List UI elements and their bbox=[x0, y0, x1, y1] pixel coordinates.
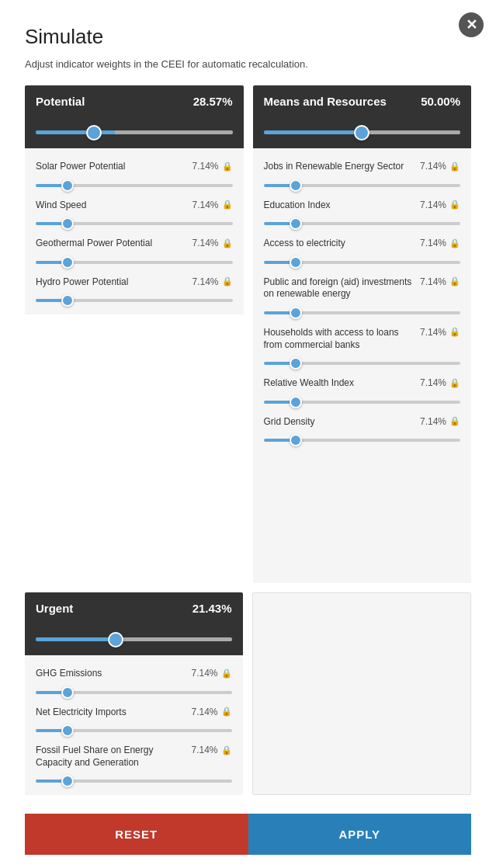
panel-potential: Potential 28.57% Solar Power Potential 7… bbox=[25, 85, 244, 583]
item-label: Fossil Fuel Share on Energy Capacity and… bbox=[36, 745, 185, 769]
item-pct: 7.14% bbox=[420, 416, 446, 427]
lock-icon: 🔒 bbox=[449, 200, 460, 210]
lock-icon: 🔒 bbox=[222, 238, 233, 248]
lock-icon: 🔒 bbox=[449, 378, 460, 388]
panels-row-1: Potential 28.57% Solar Power Potential 7… bbox=[25, 85, 471, 583]
item-pct: 7.14% bbox=[420, 238, 446, 248]
panel-means-slider[interactable] bbox=[264, 130, 461, 134]
item-slider[interactable] bbox=[36, 779, 232, 783]
item-pct: 7.14% bbox=[192, 200, 218, 210]
modal: ✕ Simulate Adjust indicator weights in t… bbox=[0, 0, 496, 868]
list-item: Relative Wealth Index 7.14% 🔒 bbox=[253, 371, 472, 410]
item-slider[interactable] bbox=[264, 222, 461, 225]
panel-potential-items: Solar Power Potential 7.14% 🔒 Wind Speed… bbox=[25, 148, 244, 314]
item-label: Grid Density bbox=[264, 416, 414, 429]
lock-icon: 🔒 bbox=[222, 200, 233, 210]
item-slider[interactable] bbox=[36, 691, 232, 694]
lock-icon: 🔒 bbox=[449, 327, 460, 337]
reset-button[interactable]: RESET bbox=[25, 814, 248, 855]
item-slider[interactable] bbox=[36, 184, 233, 187]
item-label: GHG Emissions bbox=[36, 668, 185, 680]
item-pct: 7.14% bbox=[420, 327, 446, 338]
item-pct: 7.14% bbox=[191, 707, 217, 717]
lock-icon: 🔒 bbox=[222, 161, 233, 172]
list-item: Wind Speed 7.14% 🔒 bbox=[25, 193, 244, 232]
panel-urgent-items: GHG Emissions 7.14% 🔒 Net Electricity Im… bbox=[25, 655, 243, 795]
lock-icon: 🔒 bbox=[221, 745, 232, 755]
item-slider[interactable] bbox=[264, 311, 461, 314]
item-slider[interactable] bbox=[264, 439, 461, 442]
panel-empty bbox=[252, 592, 472, 795]
lock-icon: 🔒 bbox=[221, 668, 232, 679]
item-slider[interactable] bbox=[36, 222, 233, 225]
close-icon: ✕ bbox=[466, 16, 477, 33]
list-item: Fossil Fuel Share on Energy Capacity and… bbox=[25, 738, 243, 789]
list-item: Jobs in Renewable Energy Sector 7.14% 🔒 bbox=[253, 155, 472, 193]
item-label: Public and foreign (aid) investments on … bbox=[264, 276, 414, 300]
list-item: Geothermal Power Potential 7.14% 🔒 bbox=[25, 231, 244, 270]
list-item: GHG Emissions 7.14% 🔒 bbox=[25, 661, 243, 700]
list-item: Hydro Power Potential 7.14% 🔒 bbox=[25, 270, 244, 309]
item-label: Solar Power Potential bbox=[36, 161, 186, 173]
item-label: Hydro Power Potential bbox=[36, 276, 186, 289]
lock-icon: 🔒 bbox=[449, 238, 460, 248]
lock-icon: 🔒 bbox=[221, 707, 232, 717]
item-label: Access to electricity bbox=[264, 238, 414, 250]
item-slider[interactable] bbox=[264, 261, 461, 264]
item-pct: 7.14% bbox=[192, 238, 218, 248]
lock-icon: 🔒 bbox=[222, 276, 233, 286]
panel-means-pct: 50.00% bbox=[421, 95, 460, 108]
item-label: Wind Speed bbox=[36, 200, 186, 212]
panel-potential-pct: 28.57% bbox=[193, 95, 233, 108]
item-pct: 7.14% bbox=[192, 161, 218, 172]
item-slider[interactable] bbox=[264, 401, 461, 404]
item-label: Geothermal Power Potential bbox=[36, 238, 186, 250]
panel-urgent: Urgent 21.43% GHG Emissions 7.14% 🔒 bbox=[25, 592, 243, 795]
list-item: Net Electricity Imports 7.14% 🔒 bbox=[25, 700, 243, 739]
panel-means-header: Means and Resources 50.00% bbox=[253, 85, 472, 117]
panel-urgent-slider[interactable] bbox=[36, 637, 232, 641]
item-slider[interactable] bbox=[264, 362, 461, 365]
panel-potential-label: Potential bbox=[36, 95, 85, 108]
panel-urgent-pct: 21.43% bbox=[193, 602, 232, 615]
list-item: Education Index 7.14% 🔒 bbox=[253, 193, 472, 232]
panel-urgent-label: Urgent bbox=[36, 602, 73, 615]
modal-subtitle: Adjust indicator weights in the CEEI for… bbox=[25, 58, 471, 70]
list-item: Public and foreign (aid) investments on … bbox=[253, 270, 472, 321]
panels-row-2: Urgent 21.43% GHG Emissions 7.14% 🔒 bbox=[25, 592, 471, 795]
item-label: Net Electricity Imports bbox=[36, 707, 185, 719]
list-item: Households with access to loans from com… bbox=[253, 321, 472, 371]
item-pct: 7.14% bbox=[192, 276, 218, 287]
list-item: Access to electricity 7.14% 🔒 bbox=[253, 231, 472, 270]
item-slider[interactable] bbox=[36, 299, 233, 302]
item-label: Relative Wealth Index bbox=[264, 377, 414, 390]
apply-button[interactable]: APPLY bbox=[248, 814, 472, 855]
item-label: Jobs in Renewable Energy Sector bbox=[264, 161, 414, 173]
item-slider[interactable] bbox=[36, 261, 233, 264]
panel-means-items: Jobs in Renewable Energy Sector 7.14% 🔒 … bbox=[253, 148, 472, 583]
item-pct: 7.14% bbox=[420, 276, 446, 287]
item-pct: 7.14% bbox=[420, 200, 446, 210]
bottom-buttons: RESET APPLY bbox=[25, 814, 471, 855]
panel-potential-slider-container bbox=[25, 117, 244, 148]
panel-potential-slider[interactable] bbox=[36, 130, 233, 134]
lock-icon: 🔒 bbox=[449, 276, 460, 286]
item-label: Households with access to loans from com… bbox=[264, 327, 414, 351]
panel-means: Means and Resources 50.00% Jobs in Renew… bbox=[253, 85, 472, 583]
lock-icon: 🔒 bbox=[449, 161, 460, 172]
item-pct: 7.14% bbox=[191, 745, 217, 755]
panel-urgent-slider-container bbox=[25, 624, 243, 655]
item-slider[interactable] bbox=[36, 729, 232, 732]
lock-icon: 🔒 bbox=[449, 416, 460, 426]
close-button[interactable]: ✕ bbox=[459, 12, 484, 37]
modal-title: Simulate bbox=[25, 25, 471, 49]
item-pct: 7.14% bbox=[191, 668, 217, 679]
panel-potential-header: Potential 28.57% bbox=[25, 85, 244, 117]
item-label: Education Index bbox=[264, 200, 414, 212]
item-slider[interactable] bbox=[264, 184, 461, 187]
panel-means-label: Means and Resources bbox=[264, 95, 387, 108]
panel-means-slider-container bbox=[253, 117, 472, 148]
list-item: Grid Density 7.14% 🔒 bbox=[253, 410, 472, 449]
item-pct: 7.14% bbox=[420, 161, 446, 172]
item-pct: 7.14% bbox=[420, 377, 446, 388]
